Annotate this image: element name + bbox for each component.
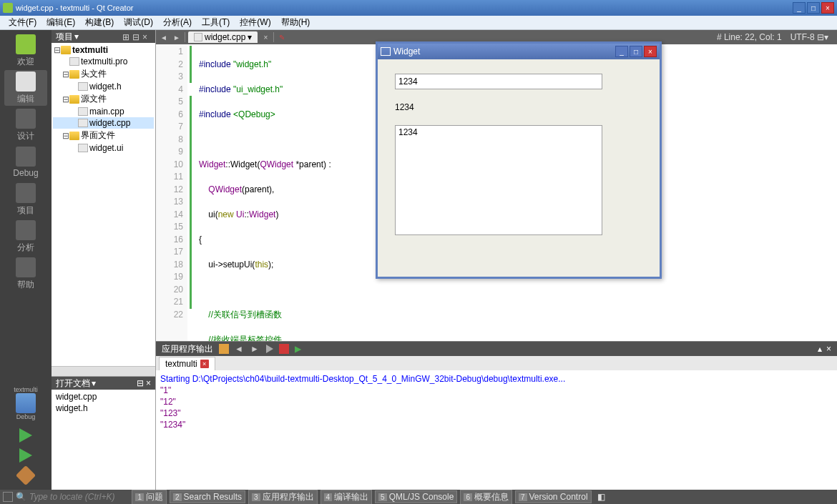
widget-titlebar[interactable]: Widget _ □ × (378, 44, 660, 59)
debug-run-button[interactable] (19, 448, 32, 463)
window-icon (381, 47, 391, 56)
mode-help[interactable]: 帮助 (4, 256, 47, 292)
cpp-file-icon (78, 107, 88, 116)
rerun-icon[interactable] (219, 344, 229, 354)
tree-root[interactable]: ⊟textmulti (53, 44, 154, 56)
next-icon[interactable]: ► (250, 344, 260, 354)
tree-scrollbar[interactable] (52, 366, 155, 376)
tree-widget-ui-label: widget.ui (89, 143, 123, 153)
sidebar-toggle-icon[interactable] (3, 492, 13, 502)
tree-pro[interactable]: textmulti.pro (53, 56, 154, 67)
close-panel-icon[interactable]: × (826, 344, 831, 354)
mode-debug-label: Debug (13, 168, 38, 178)
label-widget: 1234 (395, 102, 642, 112)
menu-tools[interactable]: 工具(T) (197, 15, 234, 30)
output-line: "1234" (160, 419, 833, 430)
sb-compile[interactable]: 4编译输出 (320, 490, 373, 505)
widget-window[interactable]: Widget _ □ × 1234 1234 (376, 41, 662, 279)
editor-status: # Line: 22, Col: 1 UTF-8 ⊟▾ (717, 32, 834, 42)
bookmark-icon[interactable]: ✎ (277, 32, 287, 42)
tab-close-button[interactable]: × (260, 32, 270, 42)
editor-tab[interactable]: widget.cpp ▾ (188, 31, 258, 43)
sb-search[interactable]: 2Search Results (170, 490, 245, 503)
mode-selector: 欢迎 编辑 设计 Debug 项目 分析 帮助 textmulti (0, 30, 52, 490)
sb-app-output[interactable]: 3应用程序输出 (248, 490, 318, 505)
doc-item[interactable]: widget.h (53, 402, 154, 414)
menu-analyze[interactable]: 分析(A) (159, 15, 196, 30)
output-tabs: textmulti × (156, 356, 837, 370)
target-selector[interactable]: textmulti Debug (4, 385, 47, 421)
fold-bar[interactable] (187, 44, 195, 341)
output-line: Starting D:\QtProjects\ch04\build-textmu… (160, 373, 833, 385)
tree-widget-cpp[interactable]: widget.cpp (53, 117, 154, 129)
menu-debug[interactable]: 调试(D) (119, 15, 157, 30)
sb-qml[interactable]: 5QML/JS Console (375, 490, 457, 503)
tree-sources[interactable]: ⊟源文件 (53, 92, 154, 106)
close-icon[interactable]: × (146, 378, 151, 388)
mode-analyze-label: 分析 (17, 242, 34, 254)
mode-analyze[interactable]: 分析 (4, 219, 47, 255)
menu-edit[interactable]: 编辑(E) (42, 15, 79, 30)
tree-sources-label: 源文件 (81, 93, 107, 105)
mode-design[interactable]: 设计 (4, 107, 47, 143)
mode-edit-label: 编辑 (17, 93, 34, 105)
output-tab[interactable]: textmulti × (159, 357, 215, 370)
tree-main-cpp-label: main.cpp (89, 107, 124, 117)
sb-vcs[interactable]: 7Version Control (515, 490, 592, 503)
menu-help[interactable]: 帮助(H) (277, 15, 315, 30)
tree-widget-ui[interactable]: widget.ui (53, 142, 154, 154)
locator-input[interactable]: Type to locate (Ctrl+K) (29, 492, 114, 502)
minimize-panel-icon[interactable]: ▴ (818, 344, 822, 354)
play-icon[interactable] (266, 345, 273, 353)
attach-icon[interactable]: ▶ (295, 344, 305, 354)
menu-file[interactable]: 文件(F) (4, 15, 41, 30)
mode-edit[interactable]: 编辑 (4, 70, 47, 106)
line-edit-input[interactable] (395, 74, 602, 89)
build-button[interactable] (16, 465, 36, 485)
tree-headers[interactable]: ⊟头文件 (53, 67, 154, 81)
sb-general[interactable]: 6概要信息 (460, 490, 512, 505)
menubar: 文件(F) 编辑(E) 构建(B) 调试(D) 分析(A) 工具(T) 控件(W… (0, 16, 837, 30)
mode-debug[interactable]: Debug (4, 144, 47, 180)
widget-minimize-button[interactable]: _ (615, 46, 628, 57)
mode-projects[interactable]: 项目 (4, 182, 47, 217)
prev-icon[interactable]: ◄ (235, 344, 245, 354)
close-button[interactable]: × (821, 2, 834, 14)
sb-issues[interactable]: 1问题 (132, 490, 167, 505)
dropdown-icon[interactable]: ▾ (92, 378, 96, 388)
open-docs-icons: ⊟ × (137, 378, 151, 388)
mode-design-label: 设计 (17, 130, 34, 142)
text-browser-widget[interactable]: 1234 (395, 125, 602, 235)
menu-widgets[interactable]: 控件(W) (235, 15, 275, 30)
forward-button[interactable]: ► (172, 32, 182, 42)
line-col-label[interactable]: # Line: 22, Col: 1 (717, 32, 782, 42)
edit-icon (16, 71, 36, 92)
widget-maximize-button[interactable]: □ (630, 46, 642, 57)
run-button[interactable] (19, 428, 32, 443)
dropdown-icon[interactable]: ▾ (248, 32, 252, 42)
monitor-icon (16, 393, 36, 413)
project-tree[interactable]: ⊟textmulti textmulti.pro ⊟头文件 widget.h ⊟… (52, 43, 155, 366)
close-tab-icon[interactable]: × (200, 360, 209, 368)
progress-toggle-icon[interactable]: ◧ (597, 492, 605, 502)
minimize-button[interactable]: _ (793, 2, 806, 14)
tree-forms[interactable]: ⊟界面文件 (53, 129, 154, 142)
split-icon[interactable]: ⊟ (137, 378, 144, 388)
stop-icon[interactable] (279, 344, 289, 354)
maximize-button[interactable]: □ (807, 2, 820, 14)
doc-item[interactable]: widget.cpp (53, 391, 154, 402)
output-body[interactable]: Starting D:\QtProjects\ch04\build-textmu… (156, 370, 837, 490)
back-button[interactable]: ◄ (159, 32, 169, 42)
tree-main-cpp[interactable]: main.cpp (53, 106, 154, 117)
widget-close-button[interactable]: × (644, 46, 657, 57)
encoding-label[interactable]: UTF-8 ⊟▾ (790, 32, 828, 42)
menu-build[interactable]: 构建(B) (81, 15, 118, 30)
filter-icon[interactable]: ⊞ (122, 32, 131, 41)
project-header-label[interactable]: 项目 (56, 31, 73, 43)
dropdown-icon[interactable]: ▾ (74, 31, 79, 41)
close-panel-icon[interactable]: × (142, 32, 151, 41)
mode-welcome[interactable]: 欢迎 (4, 33, 47, 69)
mode-projects-label: 项目 (17, 204, 34, 217)
tree-widget-h[interactable]: widget.h (53, 81, 154, 92)
split-icon[interactable]: ⊟ (132, 32, 141, 41)
